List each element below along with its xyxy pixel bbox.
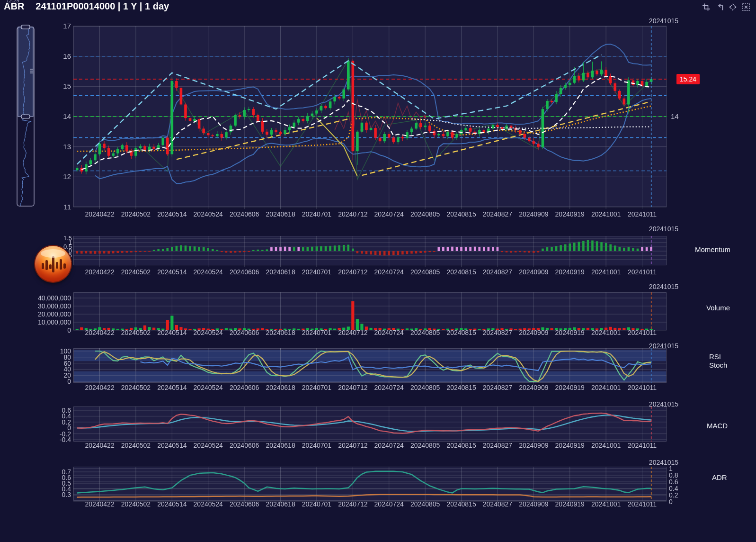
rsi-label: RSI [709, 352, 727, 361]
ticker-symbol: ABR [4, 1, 24, 11]
strike-price-label: 14 [671, 112, 679, 120]
cursor-date-label: 20241015 [638, 342, 690, 350]
cursor-date-label: 20241015 [638, 459, 690, 466]
window-controls [702, 3, 750, 11]
last-price-tag: 15.24 [676, 74, 700, 84]
cursor-date-label: 20241015 [638, 283, 690, 290]
chart-params: 241101P00014000 | 1 Y | 1 day [36, 1, 169, 11]
cursor-date-label: 20241015 [638, 400, 690, 408]
cursor-date-label: 20241015 [638, 17, 690, 25]
pan-icon[interactable] [729, 3, 737, 11]
panel-label-rsi-stoch: RSIStoch [709, 352, 727, 370]
panel-label-adr: ADR [712, 473, 727, 482]
clear-selection-icon[interactable] [742, 3, 750, 11]
title-bar: ABR241101P00014000 | 1 Y | 1 day [4, 1, 169, 12]
draw-box-icon[interactable] [702, 3, 711, 11]
stoch-label: Stoch [709, 361, 727, 370]
panel-label-volume: Volume [706, 304, 730, 312]
panel-label-momentum: Momentum [695, 245, 730, 254]
time-range-navigator[interactable] [15, 24, 36, 210]
undo-zoom-icon[interactable] [715, 3, 724, 11]
app-logo-icon [35, 246, 71, 282]
cursor-date-label: 20241015 [638, 225, 690, 233]
trading-app-window: { "window": { "corner_note": "12.29", "t… [0, 0, 756, 542]
panel-label-macd: MACD [707, 422, 728, 430]
